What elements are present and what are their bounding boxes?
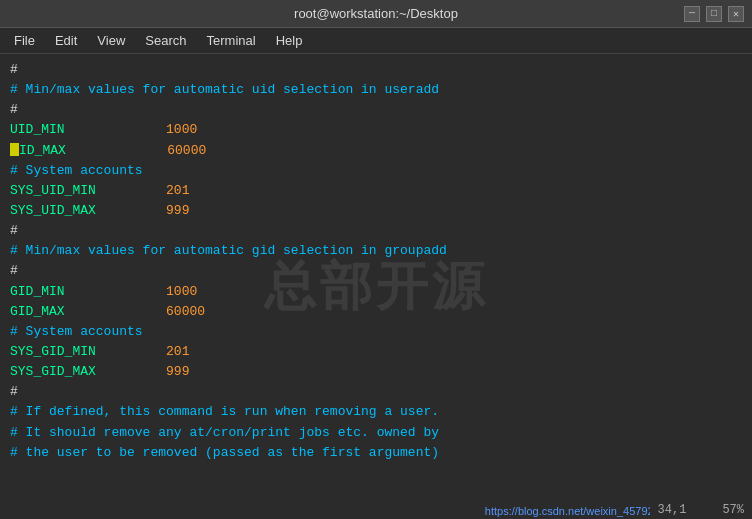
maximize-button[interactable]: □ bbox=[706, 6, 722, 22]
terminal-line: # bbox=[10, 221, 742, 241]
terminal-line: # Min/max values for automatic gid selec… bbox=[10, 241, 742, 261]
terminal-line: # It should remove any at/cron/print job… bbox=[10, 423, 742, 443]
window-controls: ─ □ ✕ bbox=[684, 6, 744, 22]
terminal-content: 总部开源 ## Min/max values for automatic uid… bbox=[0, 54, 752, 519]
status-bar: 34,1 57% bbox=[650, 501, 752, 519]
terminal-line: ID_MAX 60000 bbox=[10, 141, 742, 161]
window-title: root@workstation:~/Desktop bbox=[68, 6, 684, 21]
minimize-button[interactable]: ─ bbox=[684, 6, 700, 22]
menu-help[interactable]: Help bbox=[268, 31, 311, 50]
terminal-line: GID_MAX 60000 bbox=[10, 302, 742, 322]
menu-terminal[interactable]: Terminal bbox=[199, 31, 264, 50]
close-button[interactable]: ✕ bbox=[728, 6, 744, 22]
cursor-position: 34,1 bbox=[658, 503, 687, 517]
menu-file[interactable]: File bbox=[6, 31, 43, 50]
terminal-line: # Min/max values for automatic uid selec… bbox=[10, 80, 742, 100]
title-bar: root@workstation:~/Desktop ─ □ ✕ bbox=[0, 0, 752, 28]
terminal-line: # bbox=[10, 60, 742, 80]
menu-edit[interactable]: Edit bbox=[47, 31, 85, 50]
terminal-line: SYS_UID_MIN 201 bbox=[10, 181, 742, 201]
terminal-lines: ## Min/max values for automatic uid sele… bbox=[10, 60, 742, 463]
terminal-line: SYS_UID_MAX 999 bbox=[10, 201, 742, 221]
terminal-line: SYS_GID_MAX 999 bbox=[10, 362, 742, 382]
terminal-line: # If defined, this command is run when r… bbox=[10, 402, 742, 422]
terminal-line: SYS_GID_MIN 201 bbox=[10, 342, 742, 362]
menu-search[interactable]: Search bbox=[137, 31, 194, 50]
terminal-line: UID_MIN 1000 bbox=[10, 120, 742, 140]
menu-view[interactable]: View bbox=[89, 31, 133, 50]
terminal-line: # bbox=[10, 382, 742, 402]
terminal-line: # bbox=[10, 100, 742, 120]
terminal-line: # System accounts bbox=[10, 161, 742, 181]
terminal-line: # System accounts bbox=[10, 322, 742, 342]
terminal-line: # the user to be removed (passed as the … bbox=[10, 443, 742, 463]
terminal-line: GID_MIN 1000 bbox=[10, 282, 742, 302]
terminal-line: # bbox=[10, 261, 742, 281]
menu-bar: File Edit View Search Terminal Help bbox=[0, 28, 752, 54]
url-label: https://blog.csdn.net/weixin_45792518 bbox=[485, 505, 672, 517]
scroll-percent: 57% bbox=[722, 503, 744, 517]
